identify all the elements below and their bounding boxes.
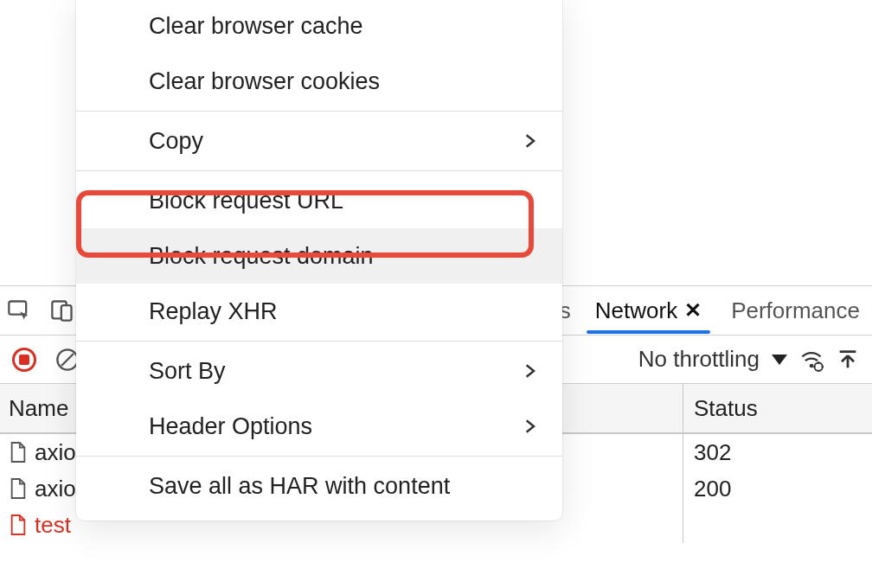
tab-performance-label: Performance — [731, 297, 860, 324]
chevron-right-icon — [521, 362, 538, 380]
menu-item-label: Save all as HAR with content — [149, 473, 450, 500]
menu-item-save-har[interactable]: Save all as HAR with content — [76, 458, 562, 514]
menu-item-replay-xhr[interactable]: Replay XHR — [76, 284, 562, 339]
menu-item-label: Copy — [149, 128, 203, 155]
tab-performance[interactable]: Performance — [726, 292, 865, 329]
request-name: axio — [35, 476, 76, 502]
wifi-settings-icon[interactable] — [799, 348, 824, 372]
menu-item-label: Replay XHR — [149, 298, 278, 325]
menu-item-label: Block request URL — [149, 188, 343, 214]
request-status — [683, 507, 872, 543]
menu-separator — [76, 111, 562, 112]
menu-separator — [76, 341, 562, 342]
request-status: 302 — [683, 434, 872, 470]
menu-item-sort-by[interactable]: Sort By — [76, 343, 562, 399]
chevron-down-icon[interactable] — [772, 355, 787, 365]
chevron-right-icon — [521, 418, 538, 435]
record-button[interactable] — [12, 348, 36, 372]
menu-separator — [76, 456, 562, 457]
upload-icon[interactable] — [836, 348, 860, 372]
menu-item-label: Clear browser cookies — [149, 68, 380, 95]
menu-item-copy[interactable]: Copy — [76, 113, 562, 169]
close-icon[interactable]: ✕ — [684, 298, 702, 323]
menu-item-block-url[interactable]: Block request URL — [76, 173, 562, 228]
chevron-right-icon — [521, 132, 538, 150]
svg-point-5 — [810, 363, 814, 368]
menu-item-clear-cookies[interactable]: Clear browser cookies — [76, 54, 562, 109]
menu-item-label: Header Options — [149, 413, 312, 440]
request-name: test — [35, 512, 71, 539]
menu-item-clear-cache[interactable]: Clear browser cache — [76, 0, 562, 54]
svg-line-4 — [61, 354, 74, 366]
context-menu: Clear browser cache Clear browser cookie… — [76, 0, 562, 521]
request-name: axio — [35, 439, 76, 466]
request-status: 200 — [683, 470, 872, 507]
inspect-icon[interactable] — [7, 298, 31, 323]
menu-separator — [76, 170, 562, 171]
menu-item-label: Sort By — [149, 358, 226, 385]
file-icon — [9, 477, 28, 500]
device-toggle-icon[interactable] — [50, 298, 74, 323]
menu-item-label: Block request domain — [149, 243, 374, 270]
tab-network-label: Network — [595, 297, 677, 324]
menu-item-header-options[interactable]: Header Options — [76, 399, 562, 454]
menu-item-label: Clear browser cache — [149, 13, 363, 40]
file-icon — [9, 441, 28, 463]
tab-network[interactable]: Network ✕ — [590, 292, 707, 329]
svg-point-6 — [815, 362, 823, 370]
menu-item-block-domain[interactable]: Block request domain — [76, 228, 562, 284]
column-header-status[interactable]: Status — [683, 384, 872, 432]
throttling-label[interactable]: No throttling — [638, 346, 760, 373]
svg-rect-0 — [9, 302, 26, 315]
file-icon — [9, 514, 28, 536]
svg-rect-2 — [61, 305, 72, 321]
